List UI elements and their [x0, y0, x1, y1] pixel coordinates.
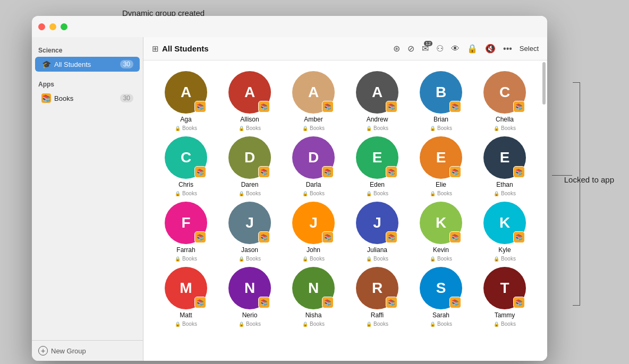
new-group-button[interactable]: + New Group [38, 346, 137, 356]
lock-small-icon: 🔒 [366, 256, 372, 262]
student-avatar-wrap: A 📚 [165, 71, 207, 114]
student-avatar-wrap: K 📚 [483, 202, 526, 244]
student-name: John [307, 246, 320, 254]
student-item[interactable]: K 📚 Kevin 🔒 Books [409, 202, 473, 262]
student-item[interactable]: J 📚 Juliana 🔒 Books [345, 202, 409, 262]
lock-small-icon: 🔒 [494, 191, 499, 196]
message-icon[interactable]: ✉ 12 [422, 44, 429, 54]
student-item[interactable]: S 📚 Sarah 🔒 Books [409, 267, 473, 327]
student-app: Books [501, 190, 516, 196]
student-item[interactable]: A 📚 Amber 🔒 Books [282, 71, 345, 131]
sidebar-bottom: + New Group [32, 340, 143, 361]
student-item[interactable]: F 📚 Farrah 🔒 Books [154, 202, 218, 262]
student-app: Books [246, 256, 261, 262]
select-button[interactable]: Select [520, 45, 539, 53]
scrollbar[interactable] [541, 60, 547, 361]
student-item[interactable]: A 📚 Aga 🔒 Books [154, 71, 218, 131]
annotation-locked-to-app: Locked to app [564, 175, 614, 184]
student-avatar-wrap: N 📚 [292, 267, 335, 309]
student-item[interactable]: E 📚 Elie 🔒 Books [409, 136, 473, 196]
student-name: Daren [241, 181, 259, 188]
student-avatar-wrap: J 📚 [228, 202, 271, 244]
student-avatar-wrap: T 📚 [483, 267, 526, 309]
student-status: 🔒 Books [366, 125, 388, 131]
student-name: Allison [240, 116, 259, 123]
maximize-button[interactable] [61, 23, 67, 30]
student-avatar-wrap: S 📚 [420, 267, 462, 309]
people-icon[interactable]: ⚇ [436, 44, 444, 54]
student-item[interactable]: E 📚 Eden 🔒 Books [345, 136, 409, 196]
student-app: Books [437, 256, 452, 262]
student-avatar-wrap: F 📚 [165, 202, 207, 244]
student-item[interactable]: J 📚 John 🔒 Books [282, 202, 345, 262]
student-name: Chris [178, 181, 193, 188]
books-badge: 📚 [386, 297, 397, 308]
student-item[interactable]: D 📚 Daren 🔒 Books [218, 136, 282, 196]
student-app: Books [182, 321, 197, 327]
student-item[interactable]: D 📚 Darla 🔒 Books [282, 136, 345, 196]
toolbar-title-area: ⊞ All Students [152, 44, 389, 54]
layers-icon[interactable]: ⊛ [393, 44, 400, 54]
student-name: Raffi [371, 311, 384, 319]
books-badge: 📚 [449, 297, 461, 308]
books-badge: 📚 [258, 166, 270, 178]
student-item[interactable]: N 📚 Nisha 🔒 Books [282, 267, 345, 327]
student-app: Books [501, 125, 516, 131]
student-name: Aga [180, 116, 191, 123]
eye-off-icon[interactable]: 👁 [451, 44, 460, 54]
main-window: Science 🎓 All Students 30 Apps 📚 Books 3… [32, 16, 547, 361]
lock-small-icon: 🔒 [430, 191, 436, 196]
books-icon: 📚 [41, 93, 51, 103]
mute-icon[interactable]: 🔇 [485, 44, 496, 54]
books-badge: 📚 [258, 231, 270, 243]
more-icon[interactable]: ••• [503, 44, 512, 54]
lock-small-icon: 🔒 [302, 126, 308, 131]
sidebar-toggle-icon[interactable]: ⊞ [152, 44, 159, 54]
student-item[interactable]: K 📚 Kyle 🔒 Books [473, 202, 537, 262]
student-app: Books [373, 190, 388, 196]
student-avatar-wrap: K 📚 [420, 202, 462, 244]
student-avatar-wrap: M 📚 [165, 267, 207, 309]
lock-small-icon: 🔒 [366, 126, 372, 131]
student-item[interactable]: R 📚 Raffi 🔒 Books [345, 267, 409, 327]
sidebar-item-all-students[interactable]: 🎓 All Students 30 [35, 57, 140, 72]
books-badge: 📚 [513, 297, 525, 308]
close-button[interactable] [38, 23, 45, 30]
lock-icon[interactable]: 🔒 [467, 44, 478, 54]
new-group-icon: + [38, 346, 48, 356]
block-icon[interactable]: ⊘ [407, 44, 414, 54]
lock-small-icon: 🔒 [239, 126, 244, 131]
student-item[interactable]: N 📚 Nerio 🔒 Books [218, 267, 282, 327]
books-badge: 📚 [258, 297, 270, 308]
student-item[interactable]: A 📚 Andrew 🔒 Books [345, 71, 409, 131]
student-name: Eden [370, 181, 385, 188]
student-item[interactable]: B 📚 Brian 🔒 Books [409, 71, 473, 131]
lock-small-icon: 🔒 [302, 322, 308, 327]
student-avatar-wrap: A 📚 [292, 71, 335, 114]
scroll-thumb[interactable] [542, 62, 546, 105]
student-name: Juliana [367, 246, 387, 254]
student-avatar-wrap: J 📚 [356, 202, 398, 244]
student-status: 🔒 Books [239, 125, 261, 131]
lock-small-icon: 🔒 [175, 191, 181, 196]
annotation-bracket-bottom [573, 305, 580, 306]
lock-small-icon: 🔒 [430, 126, 436, 131]
sidebar-item-books[interactable]: 📚 Books 30 [35, 91, 140, 106]
student-item[interactable]: C 📚 Chris 🔒 Books [154, 136, 218, 196]
student-item[interactable]: C 📚 Chella 🔒 Books [473, 71, 537, 131]
student-item[interactable]: E 📚 Ethan 🔒 Books [473, 136, 537, 196]
student-avatar-wrap: E 📚 [356, 136, 398, 179]
student-item[interactable]: T 📚 Tammy 🔒 Books [473, 267, 537, 327]
minimize-button[interactable] [49, 23, 56, 30]
books-badge: 📚 [386, 166, 397, 178]
student-app: Books [437, 321, 452, 327]
student-name: Chella [496, 116, 514, 123]
student-item[interactable]: A 📚 Allison 🔒 Books [218, 71, 282, 131]
student-status: 🔒 Books [430, 190, 452, 196]
student-avatar-wrap: A 📚 [356, 71, 398, 114]
sidebar-section-science: Science [32, 42, 143, 56]
student-item[interactable]: J 📚 Jason 🔒 Books [218, 202, 282, 262]
student-status: 🔒 Books [366, 321, 388, 327]
student-item[interactable]: M 📚 Matt 🔒 Books [154, 267, 218, 327]
student-app: Books [182, 125, 197, 131]
